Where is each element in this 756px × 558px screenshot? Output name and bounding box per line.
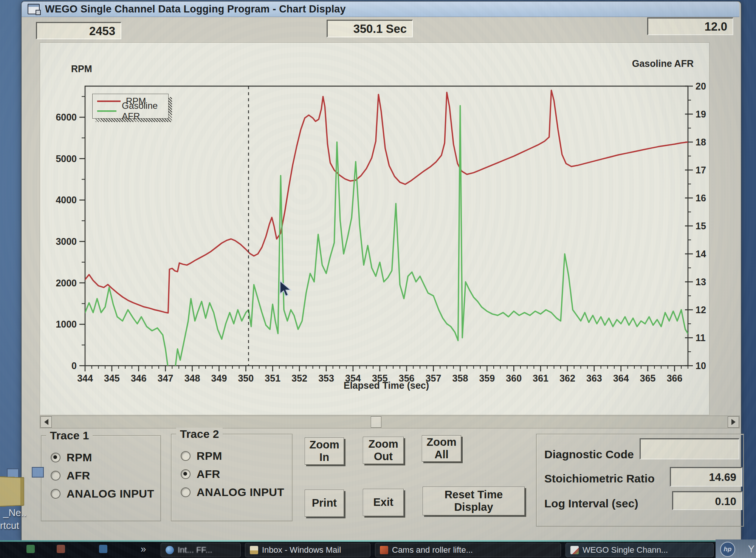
taskbar-overflow-chevron[interactable]: » [141, 543, 146, 555]
y-left-tick-label: 1000 [56, 319, 77, 329]
trace2-option-analog-input[interactable]: ANALOG INPUT [181, 485, 292, 499]
y-left-tick-label: 3000 [56, 236, 77, 247]
quick-launch-icon[interactable] [26, 545, 35, 553]
x-tick-label: 359 [479, 373, 495, 383]
left-arrow-icon [44, 419, 48, 425]
legend-label: Gasoline AFR [122, 100, 168, 122]
x-tick-label: 344 [77, 373, 93, 383]
diagnostic-code-field[interactable] [640, 438, 739, 459]
reset-time-display-button[interactable]: Reset Time Display [423, 487, 525, 515]
desktop-icon-label: _Ne.. [3, 507, 26, 519]
log-interval-label: Log Interval (sec) [544, 497, 638, 510]
y-right-tick-label: 14 [696, 249, 706, 259]
trace2-groupbox: Trace 2 RPMAFRANALOG INPUT [171, 434, 293, 521]
desktop-icon[interactable] [32, 467, 44, 478]
trace1-option-rpm[interactable]: RPM [51, 450, 160, 465]
y-right-tick-label: 15 [696, 221, 706, 231]
taskbar-item-label: Inbox - Windows Mail [262, 545, 341, 555]
chart-icon [570, 546, 579, 554]
screen-photo: WEGO Single Channel Data Logging Program… [0, 0, 756, 558]
trace1-title: Trace 1 [46, 429, 93, 442]
radio-label: ANALOG INPUT [67, 487, 154, 500]
stoichiometric-ratio-field[interactable]: 14.69 [670, 467, 742, 487]
y-left-tick-label: 4000 [56, 195, 77, 205]
scroll-left-button[interactable] [40, 416, 52, 428]
x-tick-label: 363 [586, 373, 602, 383]
mail-icon [250, 546, 258, 554]
x-tick-label: 349 [211, 373, 227, 383]
taskbar-item-3[interactable]: Cams and roller lifte... [375, 543, 561, 557]
radio-icon[interactable] [181, 487, 191, 497]
y-right-tick-label: 10 [696, 360, 706, 371]
left-axis-title: RPM [71, 63, 92, 74]
radio-icon[interactable] [51, 471, 60, 481]
log-interval-field[interactable]: 0.10 [672, 491, 742, 510]
scrollbar-thumb[interactable] [371, 416, 381, 428]
trace2-title: Trace 2 [176, 428, 223, 441]
legend-entry: Gasoline AFR [97, 106, 168, 116]
y-left-tick-label: 2000 [56, 278, 77, 288]
y-right-tick-label: 19 [696, 109, 706, 119]
y-left-tick-label: 6000 [56, 112, 77, 122]
x-tick-label: 351 [265, 373, 280, 383]
trace1-option-afr[interactable]: AFR [51, 468, 160, 483]
radio-icon[interactable] [51, 489, 60, 499]
rpm-readout: 2453 [36, 22, 121, 39]
y-right-tick-label: 20 [696, 81, 706, 91]
y-right-tick-label: 12 [696, 305, 706, 315]
taskbar-item-4[interactable]: WEGO Single Chann... [565, 543, 714, 557]
scroll-right-button[interactable] [728, 416, 739, 428]
x-tick-label: 346 [131, 373, 147, 383]
taskbar[interactable]: » Int... FF...Inbox - Windows MailCams a… [0, 540, 756, 558]
x-tick-label: 365 [640, 373, 656, 383]
taskbar-item-1[interactable]: Int... FF... [161, 543, 241, 557]
quick-launch-icon[interactable] [57, 545, 65, 553]
x-tick-label: 352 [291, 373, 307, 383]
y-right-tick-label: 16 [696, 193, 706, 203]
app-icon [28, 4, 40, 14]
x-tick-label: 345 [104, 373, 120, 383]
mouse-pointer-icon [279, 280, 294, 298]
y-right-tick-label: 18 [696, 137, 706, 147]
right-arrow-icon [731, 419, 736, 425]
exit-button[interactable]: Exit [363, 489, 404, 516]
desktop-shortcut-icon[interactable] [0, 476, 24, 507]
bezel-letter: Y [748, 543, 754, 555]
taskbar-item-2[interactable]: Inbox - Windows Mail [245, 543, 370, 557]
radio-icon[interactable] [181, 451, 191, 461]
diagnostic-code-label: Diagnostic Code [544, 448, 634, 461]
hp-logo: hp [720, 542, 735, 557]
legend-swatch [97, 100, 121, 102]
x-tick-label: 361 [533, 373, 548, 383]
time-readout: 350.1 Sec [327, 20, 413, 37]
x-tick-label: 362 [559, 373, 575, 383]
quick-launch-icon[interactable] [99, 545, 107, 553]
x-tick-label: 350 [238, 373, 254, 383]
radio-label: AFR [197, 468, 220, 481]
y-right-tick-label: 13 [696, 277, 706, 287]
title-bar[interactable]: WEGO Single Channel Data Logging Program… [22, 2, 739, 17]
x-tick-label: 348 [184, 373, 200, 383]
print-button[interactable]: Print [305, 490, 344, 517]
y-right-tick-label: 17 [696, 165, 706, 175]
trace2-option-afr[interactable]: AFR [181, 467, 292, 481]
trace2-option-rpm[interactable]: RPM [181, 449, 292, 463]
radio-selected-icon[interactable] [51, 453, 60, 462]
taskbar-item-label: Int... FF... [178, 545, 212, 555]
zoom-out-button[interactable]: Zoom Out [363, 437, 404, 464]
zoom-all-button[interactable]: Zoom All [422, 435, 461, 462]
document-icon [380, 546, 388, 554]
monitor-bezel: hp Y [716, 539, 756, 558]
status-groupbox: Diagnostic Code Stoichiometric Ratio 14.… [536, 434, 744, 527]
zoom-in-button[interactable]: Zoom In [305, 437, 344, 465]
taskbar-item-label: WEGO Single Chann... [582, 545, 668, 555]
trace1-groupbox: Trace 1 RPMAFRANALOG INPUT [41, 435, 161, 521]
trace1-option-analog-input[interactable]: ANALOG INPUT [51, 487, 160, 501]
time-scrollbar[interactable] [40, 416, 740, 428]
taskbar-item-label: Cams and roller lifte... [392, 545, 473, 555]
y-left-tick-label: 5000 [56, 153, 77, 164]
globe-icon [166, 546, 174, 554]
x-tick-label: 364 [613, 373, 629, 383]
window-title: WEGO Single Channel Data Logging Program… [45, 3, 346, 15]
radio-selected-icon[interactable] [181, 469, 191, 479]
